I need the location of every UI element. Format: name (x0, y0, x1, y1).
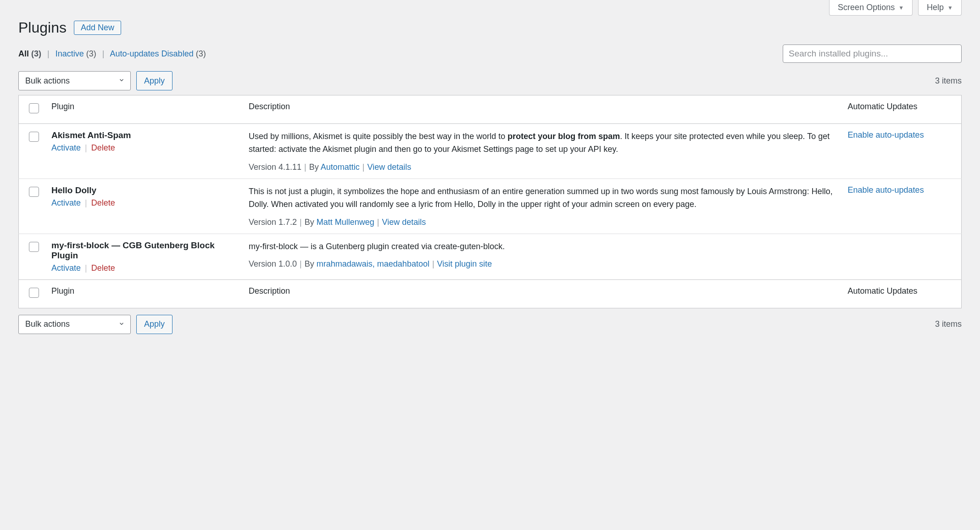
column-description: Description (243, 95, 842, 124)
table-row: Akismet Anti-SpamActivate | DeleteUsed b… (19, 124, 962, 179)
plugins-table: Plugin Description Automatic Updates Aki… (18, 95, 962, 308)
items-count: 3 items (935, 76, 962, 86)
help-button[interactable]: Help ▼ (918, 0, 962, 16)
column-plugin-footer: Plugin (46, 279, 243, 308)
plugin-details-link[interactable]: View details (368, 162, 412, 172)
plugin-name: Akismet Anti-Spam (51, 130, 131, 140)
row-checkbox[interactable] (29, 132, 39, 142)
delete-link[interactable]: Delete (91, 263, 115, 273)
add-new-button[interactable]: Add New (74, 21, 121, 35)
filter-links: All (3) | Inactive (3) | Auto-updates Di… (18, 49, 206, 59)
chevron-down-icon: ▼ (898, 5, 904, 11)
plugin-details-link[interactable]: View details (382, 218, 426, 227)
plugin-description: This is not just a plugin, it symbolizes… (249, 185, 837, 211)
bulk-actions-select[interactable]: Bulk actions (18, 71, 131, 90)
chevron-down-icon: ▼ (947, 5, 953, 11)
activate-link[interactable]: Activate (51, 263, 81, 273)
filter-all[interactable]: All (3) (18, 49, 41, 58)
bulk-actions-label: Bulk actions (25, 319, 70, 329)
plugin-author-link[interactable]: mrahmadawais, maedahbatool (317, 259, 429, 268)
column-plugin: Plugin (46, 95, 243, 124)
table-row: my-first-block — CGB Gutenberg Block Plu… (19, 234, 962, 279)
row-actions: Activate | Delete (51, 263, 238, 273)
plugin-name: Hello Dolly (51, 185, 96, 195)
help-label: Help (927, 3, 944, 12)
screen-options-label: Screen Options (838, 3, 895, 12)
page-title: Plugins (18, 19, 67, 36)
chevron-down-icon (118, 76, 125, 86)
table-row: Hello DollyActivate | DeleteThis is not … (19, 179, 962, 234)
search-input[interactable] (783, 45, 962, 63)
plugin-meta: Version 4.1.11|By Automattic|View detail… (249, 162, 837, 172)
bulk-actions-label: Bulk actions (25, 76, 70, 86)
plugin-author-link[interactable]: Matt Mullenweg (317, 218, 374, 227)
delete-link[interactable]: Delete (91, 143, 115, 152)
plugin-details-link[interactable]: Visit plugin site (437, 259, 492, 268)
delete-link[interactable]: Delete (91, 198, 115, 207)
apply-button[interactable]: Apply (136, 71, 173, 90)
column-auto-updates: Automatic Updates (842, 95, 962, 124)
plugin-meta: Version 1.7.2|By Matt Mullenweg|View det… (249, 218, 837, 227)
row-actions: Activate | Delete (51, 143, 238, 153)
enable-auto-updates-link[interactable]: Enable auto-updates (848, 130, 924, 139)
plugin-version: Version 1.0.0 (249, 259, 297, 268)
row-checkbox[interactable] (29, 187, 39, 197)
row-checkbox[interactable] (29, 242, 39, 252)
plugin-version: Version 4.1.11 (249, 162, 301, 172)
plugin-author-link[interactable]: Automattic (321, 162, 360, 172)
plugin-meta: Version 1.0.0|By mrahmadawais, maedahbat… (249, 259, 837, 269)
row-actions: Activate | Delete (51, 198, 238, 208)
enable-auto-updates-link[interactable]: Enable auto-updates (848, 185, 924, 195)
plugin-name: my-first-block — CGB Gutenberg Block Plu… (51, 240, 215, 260)
apply-button-bottom[interactable]: Apply (136, 315, 173, 334)
column-description-footer: Description (243, 279, 842, 308)
select-all-checkbox-footer[interactable] (29, 288, 39, 298)
plugin-description: my-first-block — is a Gutenberg plugin c… (249, 240, 837, 253)
items-count-bottom: 3 items (935, 319, 962, 329)
select-all-checkbox[interactable] (29, 103, 39, 113)
bulk-actions-select-bottom[interactable]: Bulk actions (18, 315, 131, 334)
plugin-version: Version 1.7.2 (249, 218, 297, 227)
activate-link[interactable]: Activate (51, 198, 81, 207)
chevron-down-icon (118, 319, 125, 329)
column-auto-updates-footer: Automatic Updates (842, 279, 962, 308)
activate-link[interactable]: Activate (51, 143, 81, 152)
plugin-description: Used by millions, Akismet is quite possi… (249, 130, 837, 156)
filter-inactive[interactable]: Inactive (56, 49, 84, 58)
filter-auto-updates-disabled[interactable]: Auto-updates Disabled (110, 49, 194, 58)
screen-options-button[interactable]: Screen Options ▼ (829, 0, 913, 16)
